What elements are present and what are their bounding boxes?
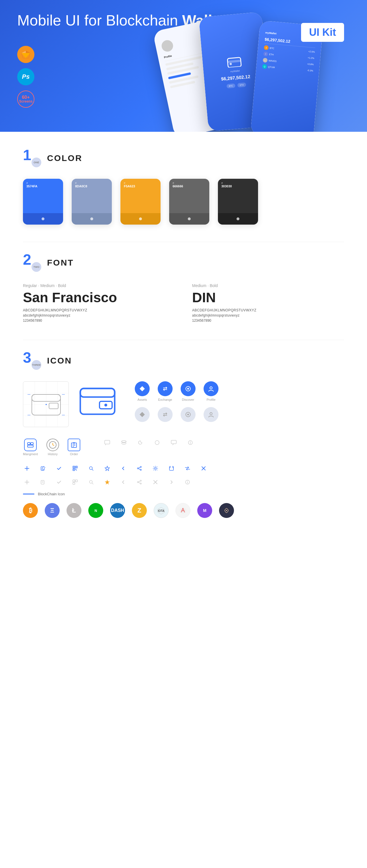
settings-icon <box>151 464 160 472</box>
blueprint-icon-1 <box>23 381 69 427</box>
svg-rect-34 <box>31 443 33 444</box>
check-icon-gray <box>55 478 63 486</box>
svg-rect-5 <box>228 60 241 63</box>
app-icons-colored: Mangment History Order <box>23 439 80 456</box>
svg-line-66 <box>92 469 93 470</box>
sf-numbers: 1234567890 <box>23 318 175 322</box>
color-section-header: 1 ONE COLOR <box>23 149 344 167</box>
search-icon <box>87 464 95 472</box>
svg-rect-41 <box>73 442 75 443</box>
badges-container: Ps 60+ Screens <box>17 46 34 108</box>
color-card-gray-blue: # 8DA0C8 <box>72 179 112 225</box>
divider-2 <box>23 340 344 340</box>
font-section-header: 2 TWO FONT <box>23 253 344 272</box>
svg-line-91 <box>139 481 140 482</box>
matic-coin: M <box>197 503 212 518</box>
profile-icon-gray <box>204 407 219 422</box>
svg-rect-82 <box>73 480 75 482</box>
share-icon-gray <box>135 478 143 486</box>
app-icons-row: Mangment History Order <box>23 439 344 456</box>
svg-point-28 <box>210 387 212 389</box>
circle-icon <box>153 439 161 446</box>
exchange-icon-gray <box>158 407 173 422</box>
eth-coin: Ξ <box>45 503 60 518</box>
qr-icon <box>71 464 79 472</box>
back-icon <box>119 464 127 472</box>
svg-marker-67 <box>105 466 110 471</box>
color-swatches: # 3574FA # 8DA0C8 # F5A623 <box>23 179 344 225</box>
color-card-blue: # 3574FA <box>23 179 63 225</box>
plus-icon <box>23 464 31 472</box>
svg-line-86 <box>92 483 93 484</box>
svg-point-68 <box>140 466 141 467</box>
sketch-badge <box>17 46 34 63</box>
crypto-coins-row: ₿ Ξ Ł N DASH Z IOTA M <box>23 503 344 518</box>
font-title: FONT <box>47 258 74 268</box>
color-card-orange: # F5A623 <box>120 179 161 225</box>
utility-icons-row <box>23 464 344 472</box>
svg-point-104 <box>226 510 227 511</box>
sf-styles: Regular · Medium · Bold <box>23 283 175 288</box>
icon-section: 3 THREE ICON <box>23 351 344 518</box>
section-number-3: 3 THREE <box>23 351 41 370</box>
svg-point-97 <box>187 481 188 481</box>
font-din: Medium · Bold DIN ABCDEFGHIJKLMNOPQRSTUV… <box>192 283 344 322</box>
svg-rect-33 <box>28 443 30 444</box>
screens-badge: 60+ Screens <box>17 91 34 108</box>
discover-icon <box>181 381 196 396</box>
close-icon <box>200 464 207 472</box>
ark-coin <box>175 503 190 518</box>
sf-name: San Francisco <box>23 290 175 305</box>
zcash-coin: Z <box>132 503 147 518</box>
dash-coin: DASH <box>110 503 125 518</box>
icon-assets: Assets <box>135 381 150 401</box>
svg-rect-59 <box>74 469 74 470</box>
moon-icon <box>137 439 144 446</box>
assets-icon <box>135 381 150 396</box>
svg-rect-57 <box>76 467 77 467</box>
hero-section: Mobile UI for Blockchain Wallet UI Kit P… <box>0 0 367 132</box>
svg-rect-15 <box>49 403 58 409</box>
neo-coin: N <box>88 503 103 518</box>
star-icon <box>103 464 111 472</box>
iota-coin: IOTA <box>154 503 169 518</box>
x-icon-gray <box>151 478 160 486</box>
assets-icon-gray <box>135 407 150 422</box>
chat-icon <box>103 439 111 446</box>
svg-rect-83 <box>76 480 78 482</box>
utility-icons-gray-row <box>23 478 344 486</box>
svg-rect-74 <box>169 466 173 470</box>
check-icon <box>55 464 63 472</box>
management-icon <box>24 439 37 451</box>
color-card-dark: # 303030 <box>218 179 258 225</box>
icon-history: History <box>47 439 59 456</box>
discover-icon-gray <box>181 407 196 422</box>
plus-icon-gray <box>23 478 31 486</box>
cosmos-coin <box>219 503 234 518</box>
blockchain-divider: BlockChain Icon <box>23 492 344 496</box>
history-icon <box>47 439 59 451</box>
svg-rect-84 <box>73 483 75 485</box>
two-label: TWO <box>32 262 41 272</box>
svg-line-92 <box>139 483 140 483</box>
forward-icon-gray <box>167 478 175 486</box>
icon-blueprints-row: Assets Exchange Discover <box>23 381 344 427</box>
icon-section-header: 3 THREE ICON <box>23 351 344 370</box>
svg-rect-42 <box>105 440 110 444</box>
font-grid: Regular · Medium · Bold San Francisco AB… <box>23 283 344 322</box>
svg-point-48 <box>190 441 191 442</box>
svg-point-27 <box>187 388 189 390</box>
icon-exchange: Exchange <box>158 381 173 401</box>
color-title: COLOR <box>47 153 82 163</box>
svg-point-69 <box>137 468 139 469</box>
color-card-gray: # 666666 <box>169 179 209 225</box>
din-name: DIN <box>192 290 344 305</box>
one-label: ONE <box>32 158 41 167</box>
profile-icon <box>204 381 219 396</box>
din-numbers: 1234567890 <box>192 318 344 322</box>
phone-mockups: Profile my <box>158 0 367 132</box>
svg-marker-29 <box>140 412 145 417</box>
din-uppercase: ABCDEFGHIJKLMNOPQRSTUVWXYZ <box>192 308 344 312</box>
order-icon <box>68 439 80 451</box>
svg-point-73 <box>154 467 156 469</box>
